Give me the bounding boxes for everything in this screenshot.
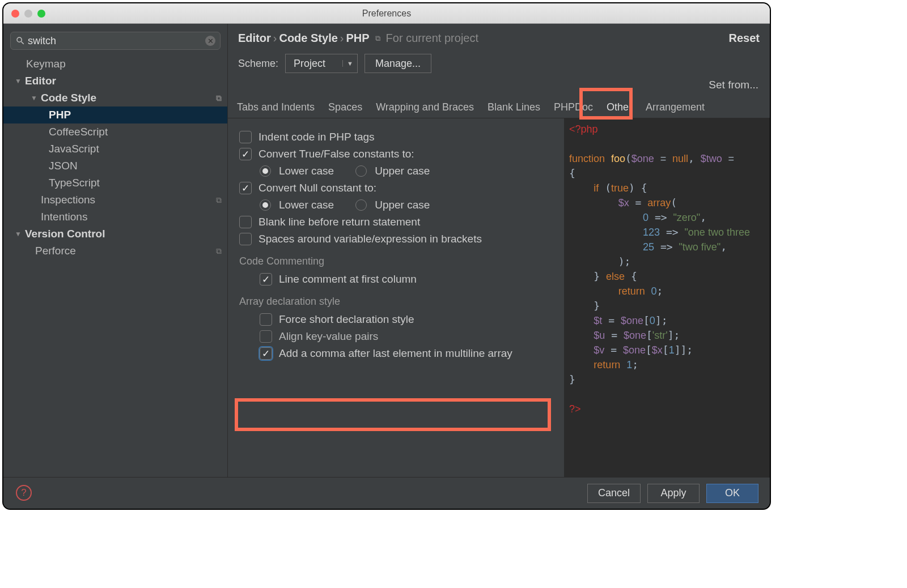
tree-label: PHP	[49, 109, 71, 121]
search-icon	[15, 36, 26, 46]
apply-button[interactable]: Apply	[647, 484, 700, 503]
tabs: Tabs and Indents Spaces Wrapping and Bra…	[228, 97, 770, 118]
tab-wrapping[interactable]: Wrapping and Braces	[369, 97, 481, 118]
project-scope-label: For current project	[386, 32, 478, 45]
opt-label: Add a comma after last element in multil…	[279, 347, 512, 360]
tree-editor[interactable]: ▼Editor	[3, 73, 227, 90]
copy-icon: ⧉	[216, 93, 222, 103]
scheme-label: Scheme:	[238, 58, 278, 70]
tree-label: JSON	[49, 160, 78, 172]
search-input[interactable]	[28, 35, 205, 47]
checkbox-convert-null[interactable]	[239, 182, 252, 194]
tree-perforce[interactable]: Perforce⧉	[3, 242, 227, 259]
chevron-right-icon: ›	[340, 32, 344, 44]
tab-spaces[interactable]: Spaces	[321, 97, 369, 118]
opt-label: Align key-value pairs	[279, 330, 378, 343]
tab-arrangement[interactable]: Arrangement	[639, 97, 711, 118]
section-array-style: Array declaration style	[236, 288, 562, 311]
radio-tf-upper[interactable]	[355, 165, 367, 177]
opt-label: Spaces around variable/expression in bra…	[258, 233, 482, 245]
tree-label: Version Control	[25, 228, 105, 240]
crumb-editor: Editor	[238, 32, 271, 44]
opt-label: Convert Null constant to:	[258, 182, 376, 194]
chevron-down-icon: ▼	[31, 94, 39, 102]
checkbox-blank-return[interactable]	[239, 216, 252, 228]
tree-label: Perforce	[35, 245, 76, 257]
checkbox-indent-php[interactable]	[239, 131, 252, 143]
copy-icon: ⧉	[216, 195, 222, 205]
tree-label: CoffeeScript	[49, 126, 108, 138]
crumb-codestyle: Code Style	[279, 32, 337, 44]
tree-label: JavaScript	[49, 143, 99, 155]
checkbox-spaces-brackets[interactable]	[239, 233, 252, 245]
tree-inspections[interactable]: Inspections⧉	[3, 191, 227, 208]
tree-coffeescript[interactable]: CoffeeScript	[3, 123, 227, 140]
checkbox-convert-tf[interactable]	[239, 148, 252, 160]
opt-label: Blank line before return statement	[258, 216, 420, 228]
tree-intentions[interactable]: Intentions	[3, 208, 227, 225]
reset-button[interactable]: Reset	[729, 32, 760, 45]
breadcrumb: Editor›Code Style›PHP ⧉ For current proj…	[228, 24, 770, 49]
opt-label: Force short declaration style	[279, 313, 414, 326]
opt-label: Convert True/False constants to:	[258, 148, 414, 160]
tree-label: Editor	[25, 75, 56, 87]
tree-label: Inspections	[41, 194, 95, 206]
cancel-button[interactable]: Cancel	[587, 484, 641, 503]
window-title: Preferences	[3, 8, 770, 19]
tree-php[interactable]: PHP	[3, 106, 227, 123]
crumb-php: PHP	[346, 32, 369, 44]
highlight-tab-other	[579, 88, 633, 120]
opt-label: Upper case	[375, 165, 430, 177]
highlight-add-comma	[235, 398, 551, 431]
tree-label: Keymap	[26, 58, 66, 70]
preferences-window: Preferences ✕ Keymap ▼Editor ▼Code Style…	[2, 2, 771, 510]
project-scope-icon: ⧉	[375, 34, 380, 43]
checkbox-force-short[interactable]	[260, 313, 272, 326]
copy-icon: ⧉	[216, 246, 222, 256]
search-input-wrap[interactable]: ✕	[10, 32, 221, 50]
set-from-link[interactable]: Set from...	[228, 76, 770, 96]
tab-blank-lines[interactable]: Blank Lines	[481, 97, 547, 118]
tree-version-control[interactable]: ▼Version Control	[3, 225, 227, 242]
scheme-select[interactable]: Project ▼	[285, 54, 358, 73]
checkbox-line-comment[interactable]	[260, 273, 272, 286]
section-code-commenting: Code Commenting	[236, 248, 562, 271]
tab-tabs-indents[interactable]: Tabs and Indents	[230, 97, 321, 118]
opt-label: Indent code in PHP tags	[258, 131, 375, 143]
sidebar: ✕ Keymap ▼Editor ▼Code Style⧉ PHP Coffee…	[3, 24, 228, 477]
code-preview: <?php function foo($one = null, $two = {…	[565, 118, 770, 477]
tree-typescript[interactable]: TypeScript	[3, 174, 227, 191]
chevron-down-icon: ▼	[15, 230, 23, 238]
checkbox-add-comma[interactable]	[260, 347, 272, 360]
radio-tf-lower[interactable]	[260, 165, 271, 177]
titlebar: Preferences	[3, 3, 770, 24]
scheme-value: Project	[286, 58, 342, 70]
tree-codestyle[interactable]: ▼Code Style⧉	[3, 90, 227, 106]
opt-label: Line comment at first column	[279, 273, 417, 286]
help-icon[interactable]: ?	[16, 485, 32, 501]
radio-null-upper[interactable]	[355, 199, 367, 211]
tree-json[interactable]: JSON	[3, 157, 227, 174]
radio-null-lower[interactable]	[260, 199, 271, 211]
opt-label: Lower case	[279, 165, 334, 177]
opt-label: Upper case	[375, 199, 430, 211]
settings-tree: Keymap ▼Editor ▼Code Style⧉ PHP CoffeeSc…	[3, 56, 227, 477]
tree-label: Intentions	[41, 211, 87, 223]
chevron-down-icon: ▼	[15, 77, 23, 85]
chevron-down-icon: ▼	[342, 60, 357, 67]
options-panel: Indent code in PHP tags Convert True/Fal…	[228, 118, 565, 477]
ok-button[interactable]: OK	[706, 484, 758, 503]
tree-javascript[interactable]: JavaScript	[3, 140, 227, 157]
tree-label: Code Style	[41, 92, 96, 104]
chevron-right-icon: ›	[273, 32, 277, 44]
tree-keymap[interactable]: Keymap	[3, 56, 227, 73]
checkbox-align-kv[interactable]	[260, 330, 272, 343]
tree-label: TypeScript	[49, 177, 100, 189]
manage-button[interactable]: Manage...	[365, 54, 431, 73]
dialog-footer: ? Cancel Apply OK	[3, 477, 770, 509]
opt-label: Lower case	[279, 199, 334, 211]
content-pane: Editor›Code Style›PHP ⧉ For current proj…	[228, 24, 770, 477]
clear-search-icon[interactable]: ✕	[205, 36, 215, 46]
